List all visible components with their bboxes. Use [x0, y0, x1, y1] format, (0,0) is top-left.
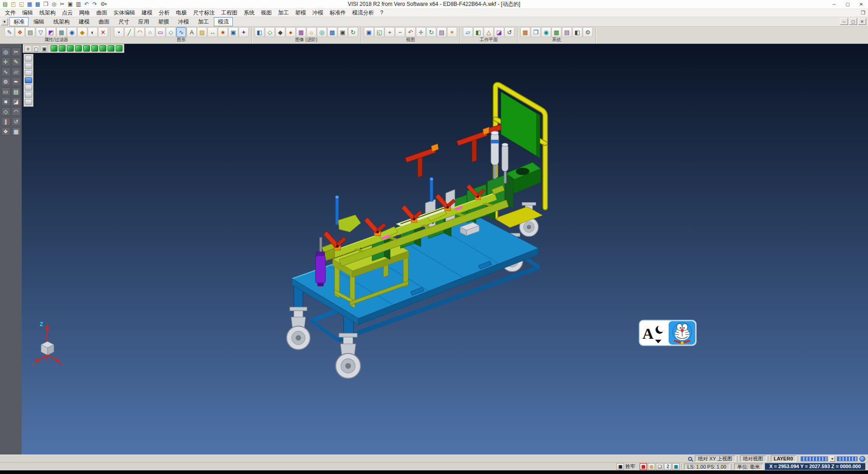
- tab-edit[interactable]: 编辑: [29, 17, 48, 26]
- curve-tool-icon[interactable]: ∿: [1, 67, 10, 76]
- window-layout-icon[interactable]: ❐: [531, 27, 541, 37]
- view-cube-trimetric[interactable]: [116, 45, 123, 52]
- filter-visibility-icon[interactable]: ◉: [67, 27, 77, 37]
- tab-wireframe[interactable]: 线架构: [49, 17, 74, 26]
- viewport-menu-icon[interactable]: ≡: [24, 45, 32, 52]
- menu-flow-analysis[interactable]: 模流分析: [349, 9, 377, 17]
- zoom-fit-icon[interactable]: ▣: [364, 27, 374, 37]
- layer-dropdown-button[interactable]: ▾: [830, 456, 835, 462]
- zoom-tool-icon[interactable]: ◎: [1, 47, 10, 56]
- filter-invert-icon[interactable]: ◐: [88, 27, 98, 37]
- world-view-icon[interactable]: ◉: [541, 27, 551, 37]
- network-status-icon[interactable]: [859, 456, 865, 462]
- close-button[interactable]: ✕: [854, 0, 868, 9]
- child-minimize-button[interactable]: ─: [840, 18, 848, 25]
- measure-tool-icon[interactable]: ◠: [12, 107, 21, 116]
- surface-tool-icon[interactable]: ◪: [12, 97, 21, 106]
- tab-mold[interactable]: 塑膜: [154, 17, 173, 26]
- workplane-reset-icon[interactable]: ↺: [505, 27, 514, 37]
- grid-toggle-icon[interactable]: ▦: [672, 463, 679, 470]
- view-cube-left[interactable]: [91, 45, 98, 52]
- display-mode-icon[interactable]: ❏: [656, 463, 663, 470]
- palette-tool-icon[interactable]: ❖: [1, 127, 10, 136]
- draw-line-icon[interactable]: ╱: [124, 27, 134, 37]
- pin-icon[interactable]: ▣: [617, 463, 624, 470]
- lighting-icon[interactable]: ☼: [307, 27, 316, 37]
- view-manager-icon[interactable]: ▤: [437, 27, 447, 37]
- view-mode-field[interactable]: 绝对视图: [740, 455, 766, 462]
- draw-text-icon[interactable]: A: [187, 27, 197, 37]
- maximize-button[interactable]: ▢: [841, 0, 854, 9]
- texture-icon[interactable]: ▦: [296, 27, 306, 37]
- draw-point-icon[interactable]: •: [114, 27, 124, 37]
- view-cube-front[interactable]: [75, 45, 82, 52]
- solid-tool-icon[interactable]: ■: [1, 97, 10, 106]
- system-colors-icon[interactable]: ▦: [520, 27, 530, 37]
- tab-dimension[interactable]: 尺寸: [114, 17, 133, 26]
- new-file-icon[interactable]: ▤: [1, 0, 9, 8]
- filter-color-icon[interactable]: ◩: [46, 27, 56, 37]
- menu-wireframe[interactable]: 线架构: [36, 9, 59, 17]
- settings-tool-icon[interactable]: ⚙: [1, 77, 10, 86]
- paste-icon[interactable]: ▥: [75, 0, 82, 8]
- group-entities-icon[interactable]: ▣: [228, 27, 238, 37]
- notes-tool-icon[interactable]: ▤: [12, 87, 21, 96]
- menu-die[interactable]: 冲模: [309, 9, 326, 17]
- open-file-icon[interactable]: ◰: [9, 0, 17, 8]
- shaded-view-icon[interactable]: ◧: [255, 27, 264, 37]
- menu-standard-parts[interactable]: 标准件: [326, 9, 349, 17]
- filter-type-icon[interactable]: ▽: [36, 27, 46, 37]
- highlight-icon[interactable]: ✦: [239, 27, 249, 37]
- menu-view[interactable]: 视图: [258, 9, 275, 17]
- grid-settings-icon[interactable]: ▩: [552, 27, 561, 37]
- draw-spline-icon[interactable]: ∿: [176, 27, 186, 37]
- scale-toggle-icon[interactable]: ◎: [648, 463, 655, 470]
- pan-icon[interactable]: ✛: [416, 27, 426, 37]
- draw-circle-icon[interactable]: ○: [145, 27, 155, 37]
- tab-standard[interactable]: 标准: [9, 17, 28, 26]
- menu-help[interactable]: ?: [377, 9, 387, 17]
- dimension-icon[interactable]: ↔: [208, 27, 217, 37]
- active-layer-field[interactable]: LAYER0: [771, 455, 796, 462]
- tab-surface[interactable]: 曲面: [94, 17, 113, 26]
- lock-label[interactable]: 拴牢: [625, 463, 635, 470]
- tab-modeling[interactable]: 建模: [75, 17, 94, 26]
- color-attributes-icon[interactable]: ❖: [15, 27, 25, 37]
- menu-surface[interactable]: 曲面: [93, 9, 110, 17]
- menu-modeling[interactable]: 建模: [138, 9, 156, 17]
- undo-icon[interactable]: ↶: [83, 0, 90, 8]
- tab-machining[interactable]: 加工: [194, 17, 213, 26]
- plot-tool-icon[interactable]: ▭: [1, 87, 10, 96]
- save-icon[interactable]: ▦: [26, 0, 33, 8]
- symbol-icon[interactable]: ★: [218, 27, 228, 37]
- window-single-icon[interactable]: ▢: [33, 45, 40, 52]
- filter-layer-icon[interactable]: ▦: [57, 27, 66, 37]
- hidden-line-icon[interactable]: ◆: [275, 27, 285, 37]
- copy-icon[interactable]: ▣: [66, 0, 74, 8]
- mdi-restore-icon[interactable]: ❐: [861, 10, 865, 15]
- view-filter-3-icon[interactable]: [25, 70, 32, 76]
- view-cube-top[interactable]: [59, 45, 66, 52]
- view-cube-bottom[interactable]: [67, 45, 74, 52]
- hatch-icon[interactable]: ▨: [197, 27, 207, 37]
- cut-icon[interactable]: ✂: [58, 0, 66, 8]
- search-view-icon[interactable]: [688, 457, 692, 461]
- print-preview-icon[interactable]: ◎: [50, 0, 58, 8]
- capture-icon[interactable]: ▣: [338, 27, 348, 37]
- color-palette-bar[interactable]: [837, 456, 858, 461]
- print-icon[interactable]: ❐: [42, 0, 50, 8]
- redo-icon[interactable]: ↷: [91, 0, 99, 8]
- save-all-icon[interactable]: ▩: [34, 0, 42, 8]
- minimize-button[interactable]: ─: [827, 0, 841, 9]
- filter-lock-icon[interactable]: ◆: [77, 27, 87, 37]
- menu-drawing[interactable]: 工程图: [218, 9, 241, 17]
- sketch-tool-icon[interactable]: ◇: [1, 107, 10, 116]
- child-restore-button[interactable]: ▢: [849, 18, 857, 25]
- workplane-entity-icon[interactable]: ◪: [494, 27, 504, 37]
- menu-dimension[interactable]: 尺寸标注: [190, 9, 218, 17]
- menu-mold[interactable]: 塑模: [292, 9, 309, 17]
- menu-machining[interactable]: 加工: [275, 9, 292, 17]
- snapshot-tool-icon[interactable]: ▦: [12, 127, 21, 136]
- zoom-previous-icon[interactable]: ↶: [406, 27, 415, 37]
- view-filter-2-icon[interactable]: [25, 63, 32, 69]
